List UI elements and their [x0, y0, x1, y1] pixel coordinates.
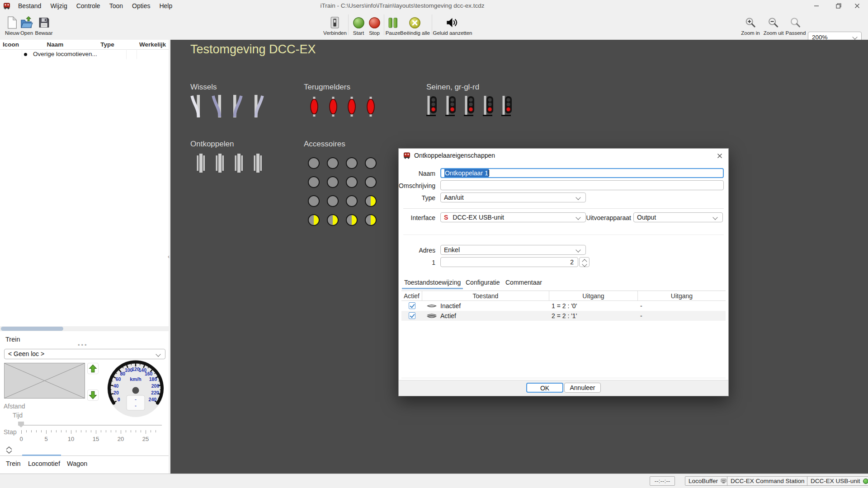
ok-button[interactable]: OK	[526, 383, 563, 393]
decouple-button[interactable]	[5, 446, 13, 454]
toolbar-button-verbinden[interactable]: Verbinden	[323, 16, 347, 36]
terugmelder-symbol[interactable]	[348, 97, 356, 117]
column-header-spacer[interactable]	[126, 40, 137, 50]
actief-checkbox[interactable]	[409, 312, 415, 319]
sein-symbol[interactable]	[501, 96, 512, 117]
column-header-naam[interactable]: Naam	[22, 40, 89, 50]
device-status-dcc-ex-command-station[interactable]: DCC-EX Command Station	[727, 476, 817, 486]
accessoire-button[interactable]	[308, 157, 320, 169]
address-input[interactable]: 2	[440, 257, 578, 267]
sein-symbol[interactable]	[464, 96, 475, 117]
accessoire-button[interactable]	[365, 214, 377, 226]
toolbar-button-stop[interactable]: Stop	[368, 16, 381, 36]
menu-item-toon[interactable]: Toon	[105, 0, 127, 12]
accessoire-button[interactable]	[327, 157, 339, 169]
splitter-collapse-icon[interactable]: ‹	[168, 253, 170, 260]
accessoire-button[interactable]	[346, 176, 358, 188]
wissel-symbol[interactable]	[233, 95, 243, 117]
sein-symbol[interactable]	[426, 96, 437, 117]
dialog-tab-commentaar[interactable]: Commentaar	[505, 279, 542, 286]
close-button[interactable]	[850, 0, 864, 12]
splitter-dots-handle[interactable]: •••	[78, 342, 88, 348]
tab-wagon[interactable]: Wagon	[67, 460, 87, 467]
omschrijving-input[interactable]	[440, 180, 724, 190]
toolbar-button-nieuw[interactable]: Nieuw	[5, 16, 19, 36]
type-select[interactable]: Aan/uit	[440, 192, 586, 202]
ontkoppelaar-symbol[interactable]	[235, 154, 243, 173]
menu-item-wijzig[interactable]: Wijzig	[46, 0, 71, 12]
speed-slider-thumb[interactable]	[18, 422, 24, 427]
column-header-type[interactable]: Type	[89, 40, 127, 50]
restore-button[interactable]	[832, 0, 845, 12]
toolbar-button-zoom-in[interactable]: Zoom in	[741, 16, 760, 36]
accessoire-button[interactable]	[346, 195, 358, 207]
direction-down-button[interactable]	[87, 389, 99, 401]
column-header-uitgang-2[interactable]: Uitgang	[549, 291, 638, 301]
ontkoppelaar-symbol[interactable]	[216, 154, 224, 173]
direction-up-button[interactable]	[87, 363, 99, 374]
accessoire-button[interactable]	[327, 195, 339, 207]
column-header-toestand-1[interactable]: Toestand	[422, 291, 549, 301]
toolbar: 200% NieuwOpenBewaarVerbindenStartStopPa…	[0, 12, 868, 40]
toolbar-button-bewaar[interactable]: Bewaar	[35, 16, 53, 36]
tab-trein[interactable]: Trein	[6, 460, 21, 467]
menu-item-bestand[interactable]: Bestand	[14, 0, 46, 12]
accessoire-button[interactable]	[365, 176, 377, 188]
adres-select[interactable]: Enkel	[440, 245, 586, 255]
ontkoppelaar-symbol[interactable]	[197, 154, 205, 173]
interface-select[interactable]: SDCC-EX USB-unit	[440, 212, 586, 222]
minimize-button[interactable]	[810, 0, 823, 12]
menu-item-controle[interactable]: Controle	[72, 0, 105, 12]
accessoire-button[interactable]	[346, 157, 358, 169]
accessoire-button[interactable]	[308, 195, 320, 207]
menu-item-opties[interactable]: Opties	[127, 0, 155, 12]
dialog-tab-toestandstoewijzing[interactable]: Toestandstoewijzing	[404, 279, 461, 286]
scrollbar-thumb[interactable]	[1, 327, 63, 331]
cancel-button[interactable]: Annuleer	[564, 383, 601, 393]
toolbar-button-passend[interactable]: Passend	[786, 16, 806, 36]
locomotive-select[interactable]: < Geen loc >	[4, 349, 165, 359]
terugmelder-symbol[interactable]	[310, 97, 318, 117]
toolbar-button-label: Open	[20, 30, 33, 36]
accessoire-button[interactable]	[346, 214, 358, 226]
naam-input[interactable]: Ontkoppelaar 1	[440, 168, 724, 178]
speed-slider-track[interactable]	[18, 425, 162, 426]
toolbar-button-open[interactable]: Open	[20, 16, 33, 36]
terugmelder-symbol[interactable]	[329, 97, 337, 117]
status-dot	[863, 479, 868, 484]
dialog-tab-configuratie[interactable]: Configuratie	[466, 279, 500, 286]
accessoire-button[interactable]	[308, 176, 320, 188]
dialog-close-button[interactable]	[714, 150, 725, 161]
horizontal-scrollbar[interactable]	[0, 326, 169, 331]
accessoire-button[interactable]	[365, 157, 377, 169]
device-status-dcc-ex-usb-unit[interactable]: DCC-EX USB-unit	[807, 476, 868, 486]
state-table-row[interactable]: Inactief1 = 2 : '0'-	[401, 301, 726, 311]
column-header-uitgang-3[interactable]: Uitgang	[638, 291, 726, 301]
state-table-row[interactable]: Actief2 = 2 : '1'-	[401, 311, 726, 321]
accessoire-button[interactable]	[365, 195, 377, 207]
address-spinner[interactable]	[579, 257, 590, 267]
terugmelder-symbol[interactable]	[367, 97, 375, 117]
toolbar-button-pauze[interactable]: Pauze	[386, 16, 401, 36]
device-status-locobuffer[interactable]: LocoBuffer	[685, 476, 730, 486]
wissel-symbol[interactable]	[190, 95, 200, 117]
column-header-werkelijk[interactable]: Werkelijk	[137, 40, 169, 50]
tab-locomotief[interactable]: Locomotief	[28, 460, 60, 467]
column-header-icoon[interactable]: Icoon	[0, 40, 22, 50]
toolbar-button-start[interactable]: Start	[352, 16, 365, 36]
sein-symbol[interactable]	[483, 96, 494, 117]
accessoire-button[interactable]	[327, 214, 339, 226]
menu-item-help[interactable]: Help	[155, 0, 177, 12]
toolbar-button-zoom-uit[interactable]: Zoom uit	[764, 16, 784, 36]
toolbar-button-geluid-aanzetten[interactable]: Geluid aanzetten	[433, 16, 472, 36]
toolbar-button-be-indig-alle[interactable]: Beëindig alle	[400, 16, 430, 36]
actief-checkbox[interactable]	[409, 302, 415, 309]
wissel-symbol[interactable]	[254, 95, 264, 117]
wissel-symbol[interactable]	[212, 95, 222, 117]
uitvoerapparaat-select[interactable]: Output	[633, 212, 723, 222]
ontkoppelaar-symbol[interactable]	[254, 154, 262, 173]
accessoire-button[interactable]	[308, 214, 320, 226]
sein-symbol[interactable]	[445, 96, 456, 117]
column-header-actief-0[interactable]: Actief	[401, 291, 422, 301]
accessoire-button[interactable]	[327, 176, 339, 188]
